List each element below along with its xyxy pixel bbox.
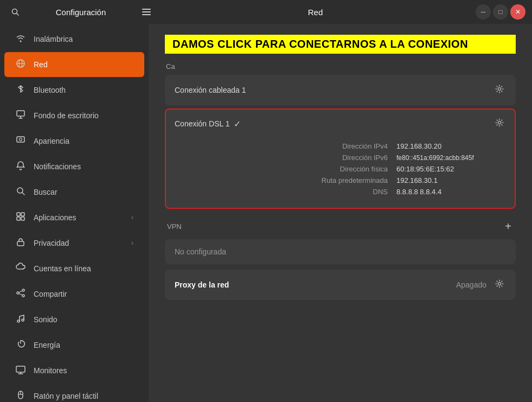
sidebar-label-apariencia: Apariencia	[34, 137, 69, 145]
maximize-button[interactable]: □	[493, 4, 508, 20]
svg-point-25	[17, 320, 20, 322]
close-button[interactable]: ✕	[510, 4, 525, 20]
proxy-right: Apagado	[456, 277, 506, 292]
sidebar-item-apariencia[interactable]: Apariencia	[4, 129, 144, 154]
proxy-title: Proxy de la red	[175, 280, 229, 289]
sidebar-label-bluetooth: Bluetooth	[34, 86, 66, 94]
sidebar-item-fondo[interactable]: Fondo de escritorio	[4, 103, 144, 128]
ipv4-row: Dirección IPv4 192.168.30.20	[176, 142, 505, 150]
proxy-card[interactable]: Proxy de la red Apagado	[165, 270, 516, 300]
sidebar-label-aplicaciones: Aplicaciones	[34, 213, 76, 222]
sidebar: InalámbricaRedBluetoothFondo de escritor…	[0, 24, 149, 402]
ipv6-value: fe80::451a:6992:acbb:845f	[396, 154, 505, 162]
svg-rect-15	[17, 213, 20, 216]
sidebar-item-inalambrica[interactable]: Inalámbrica	[4, 27, 144, 52]
dns-value: 8.8.8.8 8.8.4.4	[396, 188, 505, 196]
sidebar-item-bluetooth[interactable]: Bluetooth	[4, 78, 144, 103]
svg-point-34	[498, 122, 501, 124]
svg-point-20	[22, 289, 24, 291]
grid-icon	[15, 212, 26, 224]
svg-rect-4	[142, 14, 151, 15]
proxy-settings-button[interactable]	[493, 277, 506, 292]
sidebar-item-raton[interactable]: Ratón y panel táctil	[4, 384, 144, 402]
svg-point-22	[22, 295, 24, 297]
svg-rect-27	[16, 366, 25, 372]
bluetooth-icon	[15, 84, 26, 96]
svg-rect-16	[21, 213, 24, 216]
svg-line-24	[19, 293, 22, 295]
ipv4-value: 192.168.30.20	[396, 142, 505, 150]
titlebar-left: Configuración	[7, 3, 155, 21]
svg-line-1	[17, 14, 19, 16]
sidebar-item-notificaciones[interactable]: Notificaciones	[4, 154, 144, 179]
svg-point-35	[498, 283, 501, 285]
svg-point-12	[20, 138, 22, 141]
sidebar-label-compartir: Compartir	[34, 290, 67, 298]
svg-rect-8	[17, 111, 24, 116]
sidebar-label-monitores: Monitores	[34, 366, 67, 375]
svg-point-26	[22, 319, 24, 321]
wired-connection-name: Conexión cableada 1	[175, 86, 246, 94]
wired-settings-button[interactable]	[493, 82, 506, 98]
svg-rect-19	[17, 241, 24, 246]
svg-rect-11	[17, 137, 24, 142]
vpn-add-button[interactable]: +	[503, 221, 514, 232]
ipv6-label: Dirección IPv6	[301, 154, 388, 162]
proxy-status: Apagado	[456, 280, 486, 289]
sidebar-item-red[interactable]: Red	[4, 52, 144, 77]
mac-label: Dirección física	[301, 165, 388, 173]
dsl-connection-header: Conexión DSL 1 ✓	[166, 110, 515, 138]
sidebar-item-monitores[interactable]: Monitores	[4, 358, 144, 383]
sidebar-label-buscar: Buscar	[34, 188, 57, 196]
sidebar-label-cuentas: Cuentas en línea	[34, 264, 91, 273]
wired-connection-card[interactable]: Conexión cableada 1	[165, 75, 516, 105]
search-icon	[15, 186, 26, 198]
app-name: Configuración	[28, 8, 133, 17]
route-label: Ruta predeterminada	[301, 176, 388, 184]
menu-button[interactable]	[138, 3, 155, 21]
svg-rect-3	[142, 11, 151, 12]
svg-point-21	[17, 292, 19, 294]
ipv6-row: Dirección IPv6 fe80::451a:6992:acbb:845f	[176, 154, 505, 162]
sidebar-label-raton: Ratón y panel táctil	[34, 392, 98, 400]
svg-rect-18	[21, 217, 24, 220]
sidebar-item-sonido[interactable]: Sonido	[4, 307, 144, 332]
wifi-icon	[15, 33, 26, 45]
lock-icon	[15, 237, 26, 249]
sidebar-item-cuentas[interactable]: Cuentas en línea	[4, 256, 144, 281]
bell-icon	[15, 161, 26, 173]
power-icon	[15, 339, 26, 351]
ipv4-label: Dirección IPv4	[301, 142, 388, 150]
dsl-connection-details: Dirección IPv4 192.168.30.20 Dirección I…	[166, 138, 515, 208]
svg-rect-2	[142, 9, 151, 10]
sidebar-item-buscar[interactable]: Buscar	[4, 180, 144, 205]
dsl-connection-card[interactable]: Conexión DSL 1 ✓ Dirección IPv4 192.168.…	[165, 109, 516, 209]
svg-line-14	[22, 193, 24, 195]
dsl-connection-name: Conexión DSL 1 ✓	[175, 119, 241, 129]
dsl-settings-button[interactable]	[493, 116, 506, 131]
mac-row: Dirección física 60:18:95:6E:15:62	[176, 165, 505, 173]
wired-connection-header: Conexión cableada 1	[165, 75, 516, 105]
sidebar-label-notificaciones: Notificaciones	[34, 162, 81, 171]
sidebar-item-energia[interactable]: Energía	[4, 333, 144, 358]
music-icon	[15, 314, 26, 326]
svg-rect-17	[17, 217, 20, 220]
vpn-section: VPN + No configurada	[165, 218, 516, 264]
route-value: 192.168.30.1	[396, 176, 505, 184]
dns-row: DNS 8.8.8.8 8.8.4.4	[176, 188, 505, 196]
monitor-icon	[15, 110, 26, 122]
vpn-not-configured: No configurada	[175, 247, 226, 256]
chevron-right-icon: ›	[131, 214, 133, 221]
minimize-button[interactable]: ─	[476, 4, 491, 20]
sidebar-label-energia: Energía	[34, 341, 60, 349]
sidebar-item-compartir[interactable]: Compartir	[4, 282, 144, 307]
monitor2-icon	[15, 365, 26, 377]
proxy-section: Proxy de la red Apagado	[165, 270, 516, 300]
main-layout: InalámbricaRedBluetoothFondo de escritor…	[0, 24, 532, 402]
globe-icon	[15, 59, 26, 71]
window-controls: ─ □ ✕	[476, 4, 525, 20]
sidebar-item-aplicaciones[interactable]: Aplicaciones›	[4, 205, 144, 230]
sidebar-item-privacidad[interactable]: Privacidad›	[4, 231, 144, 256]
search-button[interactable]	[7, 3, 24, 21]
vpn-title: VPN	[167, 222, 182, 231]
